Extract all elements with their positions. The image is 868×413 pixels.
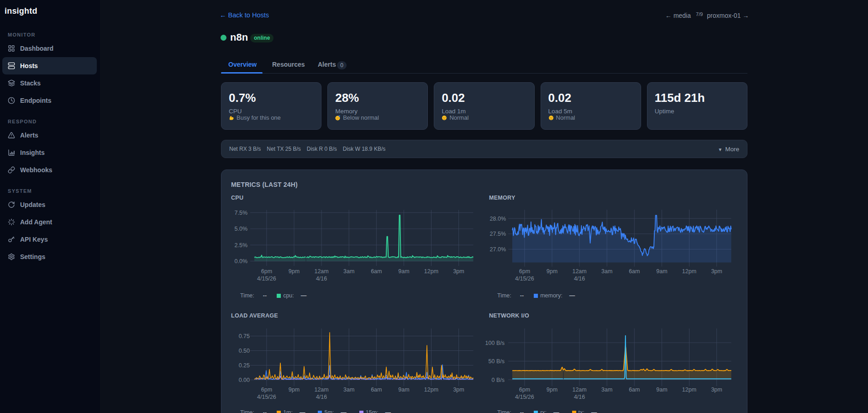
svg-text:2.5%: 2.5% <box>235 242 248 249</box>
svg-text:4/16: 4/16 <box>574 394 585 400</box>
svg-text:3am: 3am <box>343 387 354 393</box>
svg-text:6pm: 6pm <box>261 387 272 393</box>
svg-text:9pm: 9pm <box>547 268 558 275</box>
svg-text:12am: 12am <box>314 268 328 275</box>
svg-text:4/15/26: 4/15/26 <box>515 394 534 400</box>
svg-text:3am: 3am <box>601 268 612 275</box>
svg-text:4/15/26: 4/15/26 <box>257 394 276 400</box>
svg-text:6pm: 6pm <box>519 387 530 393</box>
svg-text:12pm: 12pm <box>682 387 696 393</box>
svg-text:9pm: 9pm <box>289 268 300 275</box>
svg-text:0.0%: 0.0% <box>235 258 248 265</box>
svg-text:3am: 3am <box>601 387 612 393</box>
svg-text:9am: 9am <box>656 387 667 393</box>
svg-text:28.0%: 28.0% <box>490 216 506 222</box>
svg-text:6am: 6am <box>371 387 382 393</box>
svg-text:0.00: 0.00 <box>239 377 250 383</box>
svg-text:3pm: 3pm <box>711 268 722 275</box>
svg-text:9pm: 9pm <box>547 387 558 393</box>
svg-text:6am: 6am <box>371 268 382 275</box>
svg-text:0.75: 0.75 <box>239 333 250 339</box>
svg-text:6am: 6am <box>629 387 640 393</box>
svg-text:3pm: 3pm <box>711 387 722 393</box>
svg-text:0.50: 0.50 <box>239 348 250 354</box>
svg-text:3am: 3am <box>343 268 354 275</box>
svg-text:12am: 12am <box>572 268 586 275</box>
svg-text:0 B/s: 0 B/s <box>492 377 505 383</box>
svg-text:0.25: 0.25 <box>239 362 250 369</box>
svg-text:4/16: 4/16 <box>316 275 327 282</box>
svg-text:12pm: 12pm <box>682 268 696 275</box>
svg-text:6pm: 6pm <box>519 268 530 275</box>
svg-text:4/15/26: 4/15/26 <box>257 275 276 282</box>
svg-text:9am: 9am <box>398 387 409 393</box>
svg-text:4/15/26: 4/15/26 <box>515 275 534 282</box>
svg-text:50 B/s: 50 B/s <box>489 358 505 365</box>
svg-text:4/16: 4/16 <box>574 275 585 282</box>
svg-text:12am: 12am <box>572 387 586 393</box>
svg-text:12pm: 12pm <box>424 387 438 393</box>
svg-text:6am: 6am <box>629 268 640 275</box>
svg-text:6pm: 6pm <box>261 268 272 275</box>
svg-text:27.5%: 27.5% <box>490 231 506 237</box>
svg-text:9am: 9am <box>398 268 409 275</box>
svg-text:7.5%: 7.5% <box>235 210 248 216</box>
svg-text:12am: 12am <box>314 387 328 393</box>
svg-text:12pm: 12pm <box>424 268 438 275</box>
svg-text:3pm: 3pm <box>453 387 464 393</box>
svg-text:27.0%: 27.0% <box>490 246 506 253</box>
svg-text:3pm: 3pm <box>453 268 464 275</box>
svg-text:9pm: 9pm <box>289 387 300 393</box>
svg-text:4/16: 4/16 <box>316 394 327 400</box>
svg-text:9am: 9am <box>656 268 667 275</box>
svg-text:100 B/s: 100 B/s <box>485 340 505 346</box>
svg-text:5.0%: 5.0% <box>235 226 248 232</box>
